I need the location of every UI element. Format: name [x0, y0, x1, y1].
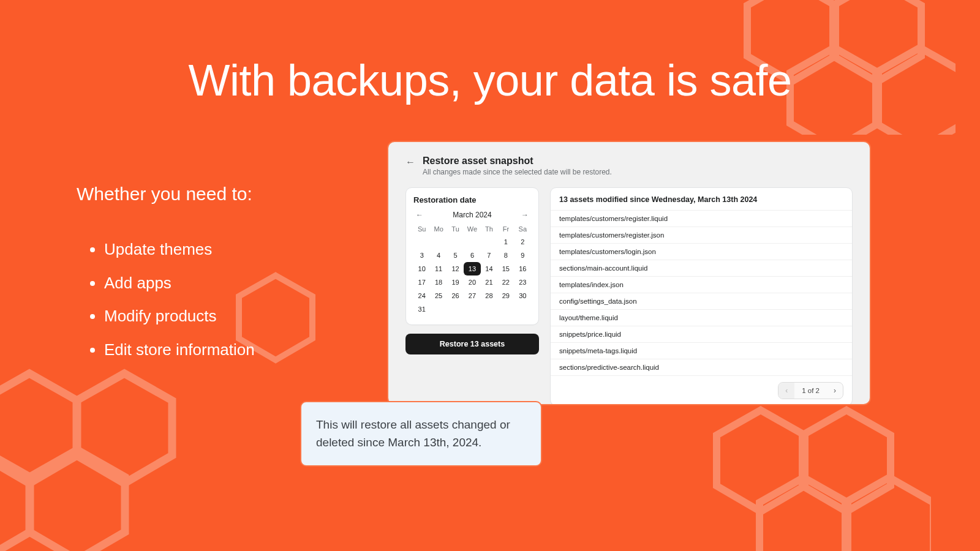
calendar-day[interactable]: 2 — [514, 235, 531, 249]
calendar-weekday-label: Sa — [514, 222, 531, 235]
calendar-day[interactable]: 4 — [430, 249, 447, 262]
calendar-day[interactable]: 13 — [464, 262, 480, 276]
page-subhead: Whether you need to: — [77, 184, 252, 204]
restore-tooltip-card: This will restore all assets changed or … — [300, 401, 542, 467]
pager-prev-button[interactable]: ‹ — [778, 383, 794, 399]
calendar-day[interactable]: 22 — [497, 276, 514, 289]
calendar-day[interactable]: 14 — [481, 262, 497, 276]
asset-row[interactable]: config/settings_data.json — [551, 293, 852, 309]
page-headline: With backups, your data is safe — [0, 55, 980, 105]
asset-row[interactable]: sections/main-account.liquid — [551, 260, 852, 276]
calendar-weekday-label: Mo — [430, 222, 447, 235]
bullet-list: Update themes Add apps Modify products E… — [104, 233, 255, 366]
assets-list: templates/customers/register.liquidtempl… — [551, 210, 852, 375]
calendar-day[interactable]: 29 — [497, 289, 514, 302]
bullet-item: Update themes — [104, 233, 255, 266]
calendar-day[interactable]: 21 — [481, 276, 497, 289]
restoration-date-card: Restoration date ← March 2024 → SuMoTuWe… — [405, 187, 539, 325]
bullet-item: Edit store information — [104, 333, 255, 367]
calendar-next-arrow-icon[interactable]: → — [519, 209, 531, 220]
assets-card-title: 13 assets modified since Wednesday, Marc… — [551, 188, 852, 210]
calendar-day[interactable]: 19 — [447, 276, 464, 289]
restore-assets-button[interactable]: Restore 13 assets — [405, 334, 539, 354]
calendar-day[interactable]: 11 — [430, 262, 447, 276]
calendar-day[interactable]: 27 — [464, 289, 480, 302]
calendar-day[interactable]: 30 — [514, 289, 531, 302]
panel-subtitle: All changes made since the selected date… — [423, 168, 612, 176]
calendar-day[interactable]: 25 — [430, 289, 447, 302]
modified-assets-card: 13 assets modified since Wednesday, Marc… — [550, 187, 853, 405]
calendar-day[interactable]: 1 — [497, 235, 514, 249]
calendar-day[interactable]: 23 — [514, 276, 531, 289]
calendar-day[interactable]: 31 — [413, 302, 430, 316]
back-arrow-icon[interactable]: ← — [405, 157, 415, 168]
calendar-grid: SuMoTuWeThFrSa12345678910111213141516171… — [413, 222, 531, 316]
calendar-day[interactable]: 28 — [481, 289, 497, 302]
calendar-day[interactable]: 12 — [447, 262, 464, 276]
calendar-day[interactable]: 20 — [464, 276, 480, 289]
asset-row[interactable]: snippets/price.liquid — [551, 326, 852, 342]
panel-title: Restore asset snapshot — [423, 156, 612, 167]
asset-row[interactable]: layout/theme.liquid — [551, 309, 852, 326]
calendar-weekday-label: Su — [413, 222, 430, 235]
assets-pager: ‹ 1 of 2 › — [778, 382, 843, 399]
asset-row[interactable]: templates/customers/register.liquid — [551, 210, 852, 227]
bullet-item: Modify products — [104, 299, 255, 333]
pager-next-button[interactable]: › — [827, 383, 843, 399]
calendar-day[interactable]: 18 — [430, 276, 447, 289]
calendar-day[interactable]: 10 — [413, 262, 430, 276]
bullet-item: Add apps — [104, 266, 255, 300]
asset-row[interactable]: snippets/meta-tags.liquid — [551, 342, 852, 359]
restore-snapshot-panel: ← Restore asset snapshot All changes mad… — [387, 141, 871, 405]
calendar-day[interactable]: 26 — [447, 289, 464, 302]
hex-decoration-bottom-left — [0, 367, 208, 551]
asset-row[interactable]: templates/index.json — [551, 276, 852, 293]
calendar-day[interactable]: 6 — [464, 249, 480, 262]
calendar-weekday-label: Fr — [497, 222, 514, 235]
calendar-day[interactable]: 15 — [497, 262, 514, 276]
hex-decoration-bottom-right — [698, 386, 931, 551]
calendar-day[interactable]: 5 — [447, 249, 464, 262]
calendar-day[interactable]: 17 — [413, 276, 430, 289]
calendar-weekday-label: We — [464, 222, 480, 235]
calendar-day[interactable]: 9 — [514, 249, 531, 262]
calendar-weekday-label: Tu — [447, 222, 464, 235]
calendar-day[interactable]: 7 — [481, 249, 497, 262]
asset-row[interactable]: sections/predictive-search.liquid — [551, 359, 852, 375]
calendar-prev-arrow-icon[interactable]: ← — [413, 209, 426, 220]
calendar-day[interactable]: 3 — [413, 249, 430, 262]
calendar-day[interactable]: 24 — [413, 289, 430, 302]
pager-info: 1 of 2 — [794, 387, 827, 394]
calendar-day[interactable]: 8 — [497, 249, 514, 262]
calendar-card-title: Restoration date — [413, 195, 531, 204]
calendar-month-label: March 2024 — [453, 211, 491, 219]
calendar-day[interactable]: 16 — [514, 262, 531, 276]
asset-row[interactable]: templates/customers/login.json — [551, 243, 852, 260]
calendar-weekday-label: Th — [481, 222, 497, 235]
asset-row[interactable]: templates/customers/register.json — [551, 227, 852, 243]
